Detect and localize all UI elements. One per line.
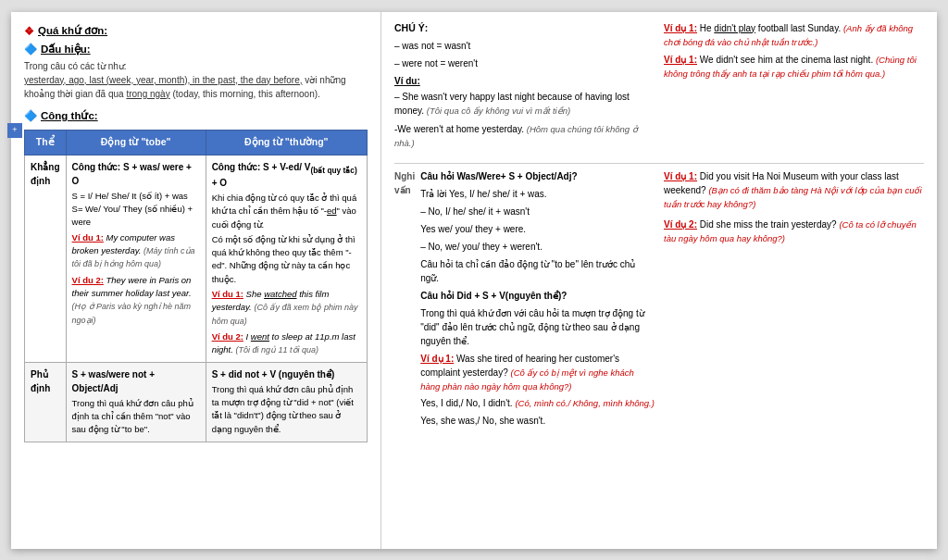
right-bottom-section: Nghivấn Câu hỏi Was/Were+ S + Object/Adj… xyxy=(394,169,924,429)
page-wrapper: + ❖ Quá khứ đơn: 🔷 Dấu hiệu: Trong câu c… xyxy=(11,12,937,549)
answer-no-it: – No, I/ he/ she/ it + wasn't xyxy=(420,205,655,218)
nghi-van-content: Câu hỏi Was/Were+ S + Object/Adj? Trả lờ… xyxy=(420,169,655,428)
question-waswere: Câu hỏi Was/Were+ S + Object/Adj? xyxy=(420,169,655,183)
nghi-van-label: Nghivấn xyxy=(394,169,415,428)
timewords-examples: (today, this morning, this afternoon). xyxy=(172,89,319,99)
nghi-van-header: Nghivấn Câu hỏi Was/Were+ S + Object/Adj… xyxy=(394,169,655,428)
right-top-section: CHÚ Ý: – was not = wasn't – were not = w… xyxy=(394,21,924,155)
chu-y-title: CHÚ Ý: xyxy=(394,21,655,36)
note-wasnot: – was not = wasn't xyxy=(394,39,655,53)
vidu1-nghi-van: Ví dụ 1: Was she tired of hearing her cu… xyxy=(420,352,655,394)
blue-diamond-icon: 🔷 xyxy=(24,42,37,57)
timewords-underlined: yesterday, ago, last (week, year, month)… xyxy=(24,75,303,85)
col-header-the: Thể xyxy=(25,131,67,156)
vidu-2-right: Ví dụ 1: We didn't see him at the cinema… xyxy=(664,53,924,81)
nghi-vidu-right-1-label: Ví dụ 1: xyxy=(664,171,697,181)
diamond-icon-1: ❖ xyxy=(24,23,34,40)
note-waswere: Câu hỏi ta chỉ cần đảo động từ "to be" l… xyxy=(420,257,655,285)
vidu-nghi-1: Ví dụ 1: Did you visit Ha Noi Museum wit… xyxy=(664,169,924,212)
note-section: Trong câu có các từ như: yesterday, ago,… xyxy=(24,59,368,101)
example-wasnt: – She wasn't very happy last night becau… xyxy=(394,90,655,118)
vidu-label-1a: Ví du: xyxy=(394,74,655,88)
right-panel: CHÚ Ý: – was not = wasn't – were not = w… xyxy=(381,12,937,549)
tobe-khang-dinh: Công thức: S + was/ were + O S = I/ He/ … xyxy=(66,155,206,362)
vidu-bottom-section: Ví dụ 1: Did you visit Ha Noi Museum wit… xyxy=(664,169,924,429)
past-simple-title: Quá khứ đơn: xyxy=(38,23,107,39)
example-werent: -We weren't at home yesterday. (Hôm qua … xyxy=(394,122,655,151)
nghi-vidu1-label: Ví dụ 1: xyxy=(420,354,454,364)
section-divider xyxy=(394,163,924,164)
note-did: Trong thì quá khứ đơn với câu hỏi ta mượ… xyxy=(420,306,655,348)
blue-diamond-icon-2: 🔷 xyxy=(24,108,37,124)
note-werenot: – were not = weren't xyxy=(394,56,655,70)
grammar-table: Thể Động từ "tobe" Động từ "thường" Khẳn… xyxy=(24,130,368,442)
markers-title: Dấu hiệu: xyxy=(41,42,91,57)
thuong-khang-dinh: Công thức: S + V-ed/ V(bất quy tắc) + O … xyxy=(206,155,367,362)
note-intro: Trong câu có các từ như: xyxy=(24,61,127,71)
label-phu-dinh: Phủđịnh xyxy=(25,362,67,442)
timewords-underlined2: trong ngày xyxy=(126,89,169,99)
page-container: + ❖ Quá khứ đơn: 🔷 Dấu hiệu: Trong câu c… xyxy=(11,12,937,549)
table-row-phu-dinh: Phủđịnh S + was/were not + Object/Adj Tr… xyxy=(25,362,368,442)
answer-yes-it: Trả lời Yes, I/ he/ she/ it + was. xyxy=(420,187,655,201)
nghi-answer: Yes, I did,/ No, I didn't. (Có, mình có.… xyxy=(420,396,655,410)
col-header-tobe: Động từ "tobe" xyxy=(66,131,206,156)
formula-title: 🔷 Công thức: xyxy=(24,108,368,124)
question-did: Câu hỏi Did + S + V(nguyên thể)? xyxy=(420,289,655,303)
chu-y-section: CHÚ Ý: – was not = wasn't – were not = w… xyxy=(394,21,655,155)
table-row-khang-dinh: Khẳngđịnh Công thức: S + was/ were + O S… xyxy=(25,155,368,362)
label-khang-dinh: Khẳngđịnh xyxy=(25,155,67,362)
answer-no-we: – No, we/ you/ they + weren't. xyxy=(420,240,655,254)
thuong-phu-dinh: S + did not + V (nguyên thể) Trong thì q… xyxy=(206,362,367,442)
nghi-van-section: Nghivấn Câu hỏi Was/Were+ S + Object/Adj… xyxy=(394,169,655,429)
vidu1-label: Ví dụ 1: xyxy=(664,23,697,33)
vidu-top-section: Ví dụ 1: He didn't play football last Su… xyxy=(664,21,924,155)
vidu2-label: Ví dụ 1: xyxy=(664,55,697,65)
expand-button[interactable]: + xyxy=(7,123,22,138)
col-header-thuong: Động từ "thường" xyxy=(206,131,367,156)
title-past-simple: ❖ Quá khứ đơn: xyxy=(24,23,368,40)
tobe-phu-dinh: S + was/were not + Object/Adj Trong thì … xyxy=(66,362,206,442)
vidu-1-right: Ví dụ 1: He didn't play football last Su… xyxy=(664,21,924,50)
formula-title-text: Công thức: xyxy=(41,108,98,124)
nghi-vidu-right-2-label: Ví dụ 2: xyxy=(664,219,697,230)
answer-yes-we: Yes we/ you/ they + were. xyxy=(420,222,655,236)
nghi-vidu-right-2-text: Did she miss the train yesterday? xyxy=(700,219,840,230)
title-markers: 🔷 Dấu hiệu: xyxy=(24,42,368,57)
vidu-nghi-2: Ví dụ 2: Did she miss the train yesterda… xyxy=(664,218,924,246)
nghi-answer-yn: Yes, she was,/ No, she wasn't. xyxy=(420,414,655,428)
left-panel: + ❖ Quá khứ đơn: 🔷 Dấu hiệu: Trong câu c… xyxy=(11,12,381,549)
